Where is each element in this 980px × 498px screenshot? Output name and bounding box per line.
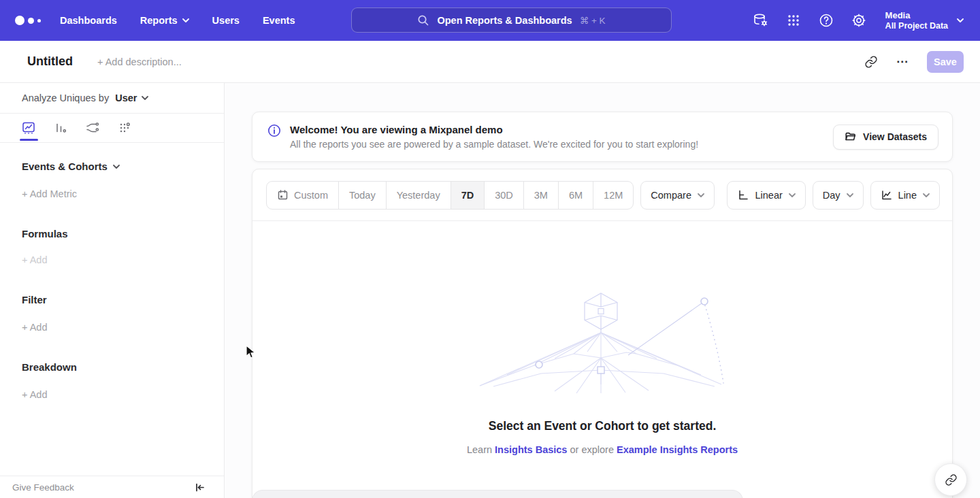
example-insights-reports-link[interactable]: Example Insights Reports [617,444,738,455]
add-formula-button[interactable]: + Add [0,254,224,265]
share-link-fab[interactable] [934,463,967,496]
date-range-selector: Custom Today Yesterday 7D 30D 3M 6M 12M [266,181,634,210]
chevron-down-icon [698,193,704,197]
top-nav: Dashboards Reports Users Events Open Rep… [0,0,980,41]
events-cohorts-section[interactable]: Events & Cohorts [0,161,224,172]
chevron-down-icon [789,193,796,197]
chart-type-tabs [0,113,224,143]
search-icon [417,14,429,27]
active-tab-underline [20,139,38,142]
add-filter-button[interactable]: + Add [0,322,224,333]
search-shortcut: ⌘ + K [580,15,606,26]
save-button[interactable]: Save [927,51,964,73]
date-range-yesterday[interactable]: Yesterday [386,182,451,209]
demo-welcome-banner: Welcome! You are viewing a Mixpanel demo… [252,112,953,162]
data-management-icon[interactable] [753,12,769,29]
metrics-icon[interactable] [117,120,132,135]
wireframe-kite-illustration [473,289,732,395]
insights-line-icon[interactable] [21,120,36,135]
analyze-uniques-row: Analyze Uniques by User [0,83,224,113]
help-icon[interactable] [818,12,834,29]
chevron-down-icon [113,165,120,169]
nav-item-events[interactable]: Events [263,15,295,26]
add-metric-button[interactable]: + Add Metric [0,188,224,199]
folder-icon [845,131,857,143]
collapse-sidebar-icon[interactable] [195,482,205,493]
chart-type-dropdown[interactable]: Line [870,181,940,210]
line-chart-icon [881,189,892,201]
date-range-12m[interactable]: 12M [593,182,633,209]
link-icon [945,474,958,486]
primary-nav: Dashboards Reports Users Events [60,15,295,26]
bar-chart-icon[interactable] [53,120,68,135]
apps-grid-icon[interactable] [785,12,802,29]
compare-dropdown[interactable]: Compare [640,181,715,210]
interval-dropdown[interactable]: Day [813,181,864,210]
mixpanel-logo[interactable] [15,16,42,25]
banner-subtitle: All the reports you see are powered by a… [290,137,698,152]
view-datasets-button[interactable]: View Datasets [833,124,938,150]
info-icon [267,124,281,137]
formulas-section: Formulas [0,228,224,239]
add-breakdown-button[interactable]: + Add [0,389,224,400]
analyze-by-dropdown[interactable]: User [115,93,148,103]
chevron-down-icon [847,193,853,197]
project-switcher[interactable]: Media All Project Data [885,10,964,31]
scale-dropdown[interactable]: Linear [727,181,805,210]
give-feedback-link[interactable]: Give Feedback [12,482,74,493]
date-range-30d[interactable]: 30D [484,182,523,209]
date-range-3m[interactable]: 3M [523,182,558,209]
report-title[interactable]: Untitled [27,54,73,69]
nav-item-dashboards[interactable]: Dashboards [60,15,117,26]
nav-right: Media All Project Data [736,10,980,31]
analyze-label: Analyze Uniques by [22,93,109,103]
project-scope: All Project Data [885,21,948,31]
more-options-button[interactable]: ⋯ [896,54,909,69]
date-range-7d[interactable]: 7D [451,182,485,209]
sidebar-footer: Give Feedback [0,476,224,498]
date-range-custom[interactable]: Custom [267,182,338,209]
nav-item-users[interactable]: Users [212,15,240,26]
empty-state: Select an Event or Cohort to get started… [252,221,952,455]
breakdown-panel-edge [252,490,743,498]
main-content: Welcome! You are viewing a Mixpanel demo… [225,83,980,498]
banner-title: Welcome! You are viewing a Mixpanel demo [290,122,698,137]
report-toolbar: Custom Today Yesterday 7D 30D 3M 6M 12M … [252,169,952,221]
date-range-6m[interactable]: 6M [558,182,593,209]
date-range-today[interactable]: Today [338,182,386,209]
global-search[interactable]: Open Reports & Dashboards ⌘ + K [351,7,672,33]
add-description[interactable]: + Add description... [97,56,182,67]
search-label: Open Reports & Dashboards [437,15,572,26]
filter-section: Filter [0,294,224,305]
nav-item-reports[interactable]: Reports [140,15,189,26]
chevron-down-icon [923,193,930,197]
project-name: Media [885,10,948,21]
report-header: Untitled + Add description... ⋯ Save [0,41,980,83]
query-builder-sidebar: Analyze Uniques by User [0,83,225,498]
copy-link-icon[interactable] [864,55,878,69]
chevron-down-icon [182,18,189,22]
insights-report-card: Custom Today Yesterday 7D 30D 3M 6M 12M … [252,169,953,498]
linear-axis-icon [737,189,749,201]
empty-state-links: Learn Insights Basics or explore Example… [252,444,952,455]
breakdown-section: Breakdown [0,361,224,373]
calendar-icon [277,189,289,201]
insights-basics-link[interactable]: Insights Basics [495,444,567,455]
flows-icon[interactable] [85,120,100,135]
empty-state-title: Select an Event or Cohort to get started… [252,419,952,433]
chevron-down-icon [957,18,964,22]
chevron-down-icon [142,96,148,100]
settings-gear-icon[interactable] [851,12,867,29]
